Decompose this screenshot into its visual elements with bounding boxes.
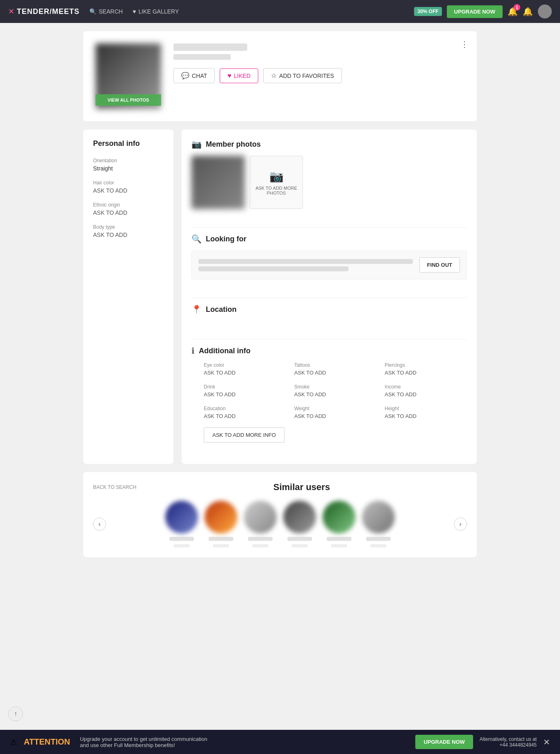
discount-badge: 30% OFF <box>414 7 442 16</box>
similar-user-sub <box>291 544 308 547</box>
additional-field-label: Income <box>385 384 467 390</box>
profile-actions: 💬 CHAT ♥ LIKED ☆ ADD TO FAVORITES <box>173 68 464 83</box>
similar-user[interactable] <box>323 501 355 547</box>
additional-field: Tattoos ASK TO ADD <box>294 362 377 376</box>
similar-user-avatar <box>362 501 395 534</box>
hair-color-field: Hair color ASK TO ADD <box>93 180 164 194</box>
additional-field: Height ASK TO ADD <box>385 406 467 419</box>
user-avatar-nav[interactable] <box>538 5 552 18</box>
similar-user[interactable] <box>244 501 277 547</box>
looking-for-section: 🔍 Looking for FIND OUT <box>191 234 467 279</box>
profile-info: 💬 CHAT ♥ LIKED ☆ ADD TO FAVORITES <box>173 43 464 83</box>
warning-icon: ⚠ <box>10 737 17 747</box>
personal-info-title: Personal info <box>93 139 164 148</box>
attention-close-button[interactable]: ✕ <box>543 737 550 747</box>
view-all-photos-button[interactable]: VIEW ALL PHOTOS <box>96 94 161 106</box>
ask-more-info-button[interactable]: ASK TO ADD MORE INFO <box>204 427 285 443</box>
member-photos-title: Member photos <box>206 140 261 149</box>
similar-user-sub <box>173 544 190 547</box>
additional-field: Drink ASK TO ADD <box>204 384 286 397</box>
additional-field-value: ASK TO ADD <box>385 391 467 397</box>
liked-button[interactable]: ♥ LIKED <box>220 68 258 83</box>
location-title: Location <box>206 305 237 314</box>
back-to-search-link[interactable]: BACK TO SEARCH <box>93 484 137 490</box>
navbar: ✕ TENDER/MEETS 🔍 SEARCH ♥ LIKE GALLERY 3… <box>0 0 560 23</box>
orientation-value: Straight <box>93 165 164 172</box>
similar-user-sub <box>252 544 269 547</box>
additional-info-section: ℹ Additional info Eye color ASK TO ADD T… <box>191 346 467 443</box>
upgrade-nav-button[interactable]: UPGRADE NOW <box>447 5 503 18</box>
additional-field-value: ASK TO ADD <box>385 370 467 376</box>
additional-field-value: ASK TO ADD <box>385 413 467 419</box>
ask-photos-text: ASK TO ADD MOREPHOTOS <box>255 186 297 195</box>
liked-label: LIKED <box>234 73 250 79</box>
logo[interactable]: ✕ TENDER/MEETS <box>8 7 80 16</box>
attention-contact: Alternatively, contact us at +44 3444824… <box>480 736 537 748</box>
similar-user[interactable] <box>283 501 316 547</box>
find-out-button[interactable]: FIND OUT <box>419 257 460 273</box>
member-photos-section: 📷 Member photos 📷 ASK TO ADD MOREPHOTOS <box>191 139 467 209</box>
divider-1 <box>191 227 467 227</box>
additional-field-value: ASK TO ADD <box>294 391 377 397</box>
logo-text: TENDER/MEETS <box>17 7 80 16</box>
like-gallery-nav-link[interactable]: ♥ LIKE GALLERY <box>132 8 179 15</box>
upgrade-bottom-button[interactable]: UPGRADE NOW <box>415 735 473 749</box>
notification-bell[interactable]: 🔔 1 <box>508 7 518 16</box>
more-options-button[interactable]: ⋮ <box>460 39 469 49</box>
camera-icon: 📷 <box>191 139 202 149</box>
search-nav-link[interactable]: 🔍 SEARCH <box>89 8 123 15</box>
navbar-left: ✕ TENDER/MEETS 🔍 SEARCH ♥ LIKE GALLERY <box>8 7 179 16</box>
ethnic-origin-field: Ethnic origin ASK TO ADD <box>93 202 164 216</box>
attention-bar: ⚠ ATTENTION Upgrade your account to get … <box>0 730 560 754</box>
similar-users-list <box>111 501 449 547</box>
orientation-field: Orientation Straight <box>93 158 164 172</box>
info-icon: ℹ <box>191 346 195 356</box>
like-gallery-label: LIKE GALLERY <box>139 8 179 15</box>
hair-color-label: Hair color <box>93 180 164 186</box>
chat-icon: 💬 <box>181 72 189 79</box>
similar-user-sub <box>213 544 229 547</box>
profile-sub-blurred <box>173 54 231 60</box>
additional-field-label: Drink <box>204 384 286 390</box>
carousel-next-button[interactable]: › <box>454 518 467 531</box>
ask-photos-button[interactable]: 📷 ASK TO ADD MOREPHOTOS <box>250 156 303 209</box>
photo-thumb-1 <box>191 156 245 209</box>
similar-user[interactable] <box>362 501 395 547</box>
similar-user-avatar <box>323 501 355 534</box>
additional-field-label: Education <box>204 406 286 411</box>
similar-user-avatar <box>165 501 198 534</box>
contact-line1: Alternatively, contact us at <box>480 736 537 742</box>
alert-icon[interactable]: 🔔 <box>523 7 533 16</box>
similar-user-name <box>248 537 273 541</box>
chat-button[interactable]: 💬 CHAT <box>173 68 215 83</box>
profile-photo-container: VIEW ALL PHOTOS <box>96 43 161 109</box>
similar-user[interactable] <box>205 501 237 547</box>
additional-field-label: Tattoos <box>294 362 377 368</box>
similar-user-avatar <box>283 501 316 534</box>
profile-name-blurred <box>173 43 247 51</box>
contact-line2: +44 3444824945 <box>500 742 537 748</box>
looking-for-box: FIND OUT <box>191 250 467 279</box>
additional-field-value: ASK TO ADD <box>294 370 377 376</box>
photos-grid: 📷 ASK TO ADD MOREPHOTOS <box>191 156 467 209</box>
scroll-to-top-button[interactable]: ↑ <box>8 706 23 721</box>
add-to-favorites-label: ADD TO FAVORITES <box>279 73 334 79</box>
search-section-icon: 🔍 <box>191 234 202 244</box>
additional-field-label: Height <box>385 406 467 411</box>
divider-2 <box>191 298 467 298</box>
similar-user-avatar <box>205 501 237 534</box>
carousel-prev-button[interactable]: ‹ <box>93 518 106 531</box>
similar-user[interactable] <box>165 501 198 547</box>
similar-user-name <box>287 537 312 541</box>
additional-field: Eye color ASK TO ADD <box>204 362 286 376</box>
similar-carousel: ‹ › <box>93 501 467 547</box>
looking-for-blurred <box>198 259 413 271</box>
looking-for-header: 🔍 Looking for <box>191 234 467 244</box>
similar-users-header: BACK TO SEARCH Similar users <box>93 482 467 493</box>
location-header: 📍 Location <box>191 304 467 314</box>
location-icon: 📍 <box>191 304 202 314</box>
similar-user-name <box>327 537 351 541</box>
navbar-right: 30% OFF UPGRADE NOW 🔔 1 🔔 <box>414 5 552 18</box>
heart-icon: ♥ <box>132 8 136 15</box>
add-to-favorites-button[interactable]: ☆ ADD TO FAVORITES <box>263 68 342 83</box>
